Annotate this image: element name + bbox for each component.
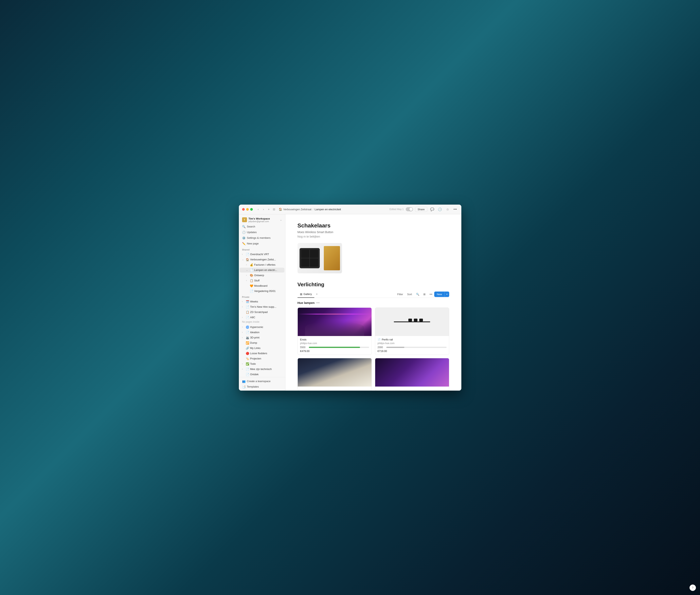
search-filter-button[interactable]: 🔍: [414, 292, 421, 297]
more-options-button[interactable]: •••: [427, 292, 435, 297]
projecten-icon: 🏷️: [246, 357, 249, 360]
ensis-progress-bar-bg: [309, 347, 369, 348]
sidebar-item-new-page[interactable]: ✏️ New page: [240, 241, 284, 246]
filter-button[interactable]: Filter: [395, 292, 405, 297]
new-button-container: New ▾: [434, 291, 449, 297]
layout-button[interactable]: ⊞: [421, 292, 427, 297]
sidebar-item-updates[interactable]: 🕐 Updates: [240, 230, 284, 235]
sidebar-item-import[interactable]: 📥 Import: [240, 390, 284, 391]
workspace-chevron-icon: ⌄: [280, 218, 282, 221]
sidebar-item-ontwerp[interactable]: › 🎨 Ontwerp: [240, 273, 284, 278]
sidebar-item-projecten[interactable]: › 🏷️ Projecten: [240, 356, 284, 361]
ensis-card-body: Ensis philips-hue.com 5500 €479.00: [298, 336, 371, 355]
a8c-label: A8C: [250, 316, 255, 319]
sidebar-item-templates[interactable]: 📑 Templates: [240, 384, 284, 389]
perifo-spotlight-3: [419, 319, 423, 321]
minimize-button[interactable]: [246, 208, 249, 211]
sidebar-item-moodboard[interactable]: › 🧡 Moodboard: [240, 283, 284, 288]
breadcrumb-current-page: Lampen en electriciteit: [315, 208, 341, 211]
sidebar-item-ontdek[interactable]: › 📄 Ontdek: [240, 372, 284, 377]
workspace-header[interactable]: T Tim's Workspace jefpober@gmail.com ⌄: [240, 216, 284, 224]
lampen-icon: 📄: [250, 268, 253, 272]
forward-button[interactable]: ›: [261, 207, 266, 211]
new-dropdown-button[interactable]: ▾: [445, 292, 449, 297]
gallery-tab[interactable]: ⊞ Gallery: [298, 291, 314, 298]
sidebar-item-facturen[interactable]: › 💰 Facturen / offertes: [240, 262, 284, 267]
workspace-name: Tim's Workspace: [249, 217, 278, 220]
gallery-card-perifo[interactable]: 📄 Perifo rail philips-hue.com 2000 €719.…: [375, 308, 449, 355]
sidebar-item-vergadering[interactable]: › 📄 Vergadering 05/01: [240, 289, 284, 293]
close-button[interactable]: [242, 208, 245, 211]
product-image-container: [298, 243, 449, 273]
sidebar-item-tims-hire[interactable]: › 📄 Tim's New Hire supp...: [240, 305, 284, 309]
chevron-right-icon-facturen: ›: [246, 264, 249, 266]
sidebar-item-3d-print[interactable]: › 🖨️ 3D-print: [240, 335, 284, 340]
back-button[interactable]: ‹: [256, 207, 261, 211]
more-button[interactable]: •••: [452, 206, 458, 212]
switch-button-3: [301, 258, 309, 267]
breadcrumb-workspace[interactable]: Verbouwingen Zeilstraat: [283, 208, 311, 211]
main-layout: T Tim's Workspace jefpober@gmail.com ⌄ 🔍…: [239, 214, 461, 391]
chevron-right-todo: ›: [242, 363, 245, 365]
search-icon-toolbar: 🔍: [416, 293, 419, 296]
gallery-card-purple[interactable]: [375, 358, 449, 391]
bookmark-button[interactable]: ☆: [445, 206, 450, 212]
ensis-progress-val: 5500: [300, 346, 307, 349]
sidebar-item-create-teamspace[interactable]: 👥 Create a teamspace: [240, 379, 284, 384]
sidebar-item-overdracht[interactable]: › 📄 Overdracht VRT: [240, 252, 284, 257]
group-label: Hue lampen •••: [298, 301, 449, 305]
perifo-spotlight-1: [408, 319, 412, 321]
sort-button[interactable]: Sort: [405, 292, 414, 297]
switch-device: [300, 248, 320, 268]
sidebar-item-losse-flodders[interactable]: › 🔴 Losse flodders: [240, 351, 284, 356]
sidebar-item-search[interactable]: 🔍 Search: [240, 224, 284, 229]
add-page-button[interactable]: +: [266, 207, 272, 211]
new-button[interactable]: New: [434, 291, 444, 297]
perifo-doc-icon: 📄: [377, 338, 381, 341]
sidebar-item-updates-label: Updates: [247, 231, 257, 234]
comment-button[interactable]: 💬: [429, 206, 435, 212]
losse-flodders-label: Losse flodders: [250, 352, 268, 355]
sidebar-toggle-button[interactable]: ⊟: [272, 207, 277, 211]
switch-product-visual: [300, 244, 340, 272]
add-view-button[interactable]: +: [314, 291, 319, 297]
help-button[interactable]: ?: [690, 585, 696, 591]
sidebar-item-settings[interactable]: ⚙️ Settings & members: [240, 235, 284, 240]
sidebar-item-ideation[interactable]: › 📄 Ideation: [240, 330, 284, 335]
sidebar-item-mee-zijn[interactable]: › 📄 Mee zijn technisch: [240, 367, 284, 372]
zd-icon: 📋: [246, 311, 249, 314]
sidebar-item-stuff[interactable]: › 📋 Stuff: [240, 278, 284, 283]
gallery-card-ensis[interactable]: Ensis philips-hue.com 5500 €479.00: [298, 308, 372, 355]
sidebar-item-weeks[interactable]: › 🗓️ Weeks: [240, 299, 284, 304]
sidebar-item-hypersonic[interactable]: › 🌀 Hypersonic: [240, 325, 284, 330]
history-button[interactable]: 🕒: [437, 206, 443, 212]
templates-icon: 📑: [242, 385, 245, 388]
perifo-progress-bar-fill: [386, 347, 404, 348]
share-button[interactable]: Share: [415, 207, 427, 212]
perifo-card-body: 📄 Perifo rail philips-hue.com 2000 €719.…: [375, 336, 449, 355]
mee-zijn-label: Mee zijn technisch: [250, 368, 272, 371]
gallery-tab-label: Gallery: [304, 292, 312, 295]
group-options-button[interactable]: •••: [316, 301, 320, 305]
ensis-card-name: Ensis: [300, 338, 369, 341]
sidebar-item-a8c[interactable]: › 📄 A8C: [240, 315, 284, 320]
sidebar-item-zd-scratchpad[interactable]: › 📋 ZD Scratchpad: [240, 310, 284, 315]
sidebar-item-todo[interactable]: › ✅ Todo: [240, 362, 284, 366]
sidebar-item-verbouwingen[interactable]: ⌄ 🏠 Verbouwingen Zeilst...: [240, 257, 284, 262]
stuff-label: Stuff: [254, 279, 260, 282]
sidebar-item-lampen[interactable]: ⌄ 📄 Lampen en electri...: [240, 268, 284, 273]
toggle-switch[interactable]: [406, 207, 413, 211]
sidebar: T Tim's Workspace jefpober@gmail.com ⌄ 🔍…: [239, 214, 285, 391]
todo-icon: ✅: [246, 362, 249, 366]
perifo-progress-row: 2000: [377, 346, 447, 349]
chevron-right-icon-ontwerp: ›: [246, 274, 249, 276]
gallery-card-living[interactable]: [298, 358, 372, 391]
chevron-down-icon-lampen: ⌄: [246, 269, 249, 271]
maximize-button[interactable]: [250, 208, 253, 211]
switch-box: [324, 246, 340, 270]
sidebar-item-my-links[interactable]: › 🔗 My Links: [240, 346, 284, 350]
sidebar-item-dump[interactable]: › 🔁 Dump: [240, 340, 284, 345]
ontdek-icon: 📄: [246, 373, 249, 376]
gallery-icon: ⊞: [300, 292, 302, 296]
breadcrumb: 🏠 Verbouwingen Zeilstraat / Lampen en el…: [279, 208, 390, 211]
